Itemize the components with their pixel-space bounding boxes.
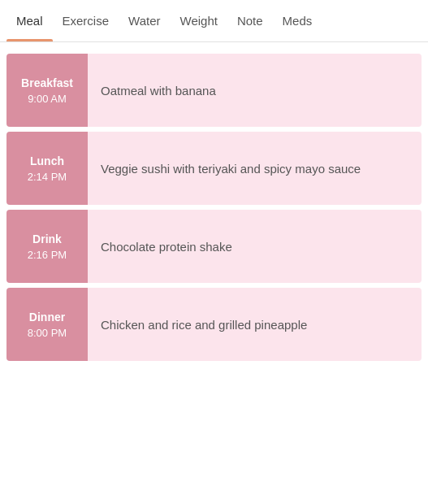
- meal-description: Oatmeal with banana: [88, 54, 422, 127]
- meal-row: Breakfast9:00 AMOatmeal with banana: [6, 54, 422, 127]
- meal-description: Chocolate protein shake: [88, 210, 422, 283]
- meal-type: Dinner: [29, 311, 65, 324]
- meal-list: Breakfast9:00 AMOatmeal with bananaLunch…: [0, 42, 428, 372]
- meal-row: Dinner8:00 PMChicken and rice and grille…: [6, 288, 422, 361]
- meal-time: 9:00 AM: [28, 93, 67, 105]
- tab-note[interactable]: Note: [227, 0, 273, 41]
- tab-meal[interactable]: Meal: [6, 0, 53, 41]
- meal-description: Veggie sushi with teriyaki and spicy may…: [88, 132, 422, 205]
- meal-type: Drink: [32, 232, 62, 245]
- meal-time-block-2: Drink2:16 PM: [6, 210, 88, 283]
- meal-row: Drink2:16 PMChocolate protein shake: [6, 210, 422, 283]
- tab-bar: MealExerciseWaterWeightNoteMeds: [0, 0, 428, 42]
- meal-time: 8:00 PM: [28, 327, 67, 339]
- meal-type: Lunch: [30, 154, 64, 167]
- tab-water[interactable]: Water: [119, 0, 170, 41]
- meal-time-block-3: Dinner8:00 PM: [6, 288, 88, 361]
- tab-weight[interactable]: Weight: [171, 0, 227, 41]
- tab-exercise[interactable]: Exercise: [53, 0, 119, 41]
- tab-meds[interactable]: Meds: [273, 0, 322, 41]
- meal-time: 2:16 PM: [28, 249, 67, 261]
- meal-type: Breakfast: [21, 76, 73, 89]
- meal-description: Chicken and rice and grilled pineapple: [88, 288, 422, 361]
- meal-row: Lunch2:14 PMVeggie sushi with teriyaki a…: [6, 132, 422, 205]
- meal-time-block-1: Lunch2:14 PM: [6, 132, 88, 205]
- meal-time: 2:14 PM: [28, 171, 67, 183]
- meal-time-block-0: Breakfast9:00 AM: [6, 54, 88, 127]
